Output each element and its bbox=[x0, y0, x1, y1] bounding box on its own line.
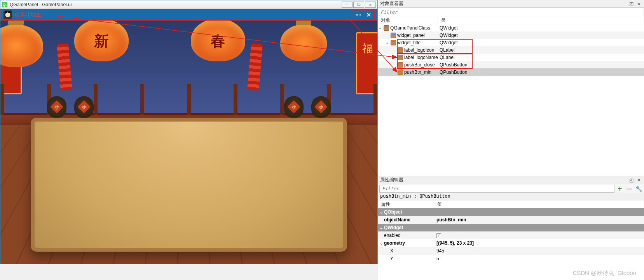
property-row[interactable]: ⌄QWidget bbox=[378, 224, 644, 231]
property-row[interactable]: objectNamepushBtn_min bbox=[378, 216, 644, 224]
property-editor-title: 属性编辑器 bbox=[380, 177, 628, 183]
property-row[interactable]: enabled✓ bbox=[378, 231, 644, 239]
property-editor-panel: 属性编辑器 ◰ ✕ + — 🔧 pushBtn_min : QPushButto… bbox=[378, 176, 644, 280]
tree-row[interactable]: ⌄widget_titleQWidget bbox=[378, 39, 644, 46]
widget-icon bbox=[398, 47, 403, 53]
watermark-text: CSDN @欧特克_Glodon bbox=[572, 270, 636, 277]
widget-title-bar: 欢乐斗地主 ✕ bbox=[0, 9, 377, 21]
widget-icon bbox=[398, 55, 403, 60]
widget-icon bbox=[384, 25, 389, 31]
property-editor-close-button[interactable]: ✕ bbox=[636, 177, 642, 183]
property-col-value[interactable]: 值 bbox=[434, 200, 644, 208]
object-inspector-panel: 对象查看器 ◰ ✕ 对象 类 ⌄QGamePanelClassQWidgetwi… bbox=[378, 0, 644, 176]
inspector-filter-input[interactable] bbox=[378, 8, 644, 16]
widget-icon bbox=[391, 40, 396, 45]
tree-row[interactable]: pushBtn_closeQPushButton bbox=[378, 61, 644, 68]
inspector-title: 对象查看器 bbox=[380, 0, 628, 7]
remove-property-button[interactable]: — bbox=[625, 185, 633, 193]
label-logo-icon bbox=[3, 10, 12, 19]
widget-icon bbox=[398, 70, 403, 75]
pushbtn-min[interactable] bbox=[354, 10, 363, 19]
property-settings-button[interactable]: 🔧 bbox=[635, 185, 642, 193]
property-filter-input[interactable] bbox=[379, 185, 614, 193]
os-maximize-button[interactable]: ☐ bbox=[353, 2, 364, 8]
inspector-tree[interactable]: ⌄QGamePanelClassQWidgetwidget_panelQWidg… bbox=[378, 24, 644, 176]
checkbox-icon[interactable]: ✓ bbox=[436, 233, 441, 238]
tree-row[interactable]: label_logoNameQLabel bbox=[378, 54, 644, 61]
tree-row[interactable]: pushBtn_minQPushButton bbox=[378, 68, 644, 76]
widget-panel-scene bbox=[0, 21, 377, 264]
property-col-name[interactable]: 属性 bbox=[378, 200, 434, 208]
inspector-col-object[interactable]: 对象 bbox=[378, 16, 438, 24]
property-row[interactable]: ⌄geometry[(945, 5), 23 x 23] bbox=[378, 239, 644, 247]
pushbtn-close[interactable]: ✕ bbox=[364, 10, 373, 19]
inspector-col-class[interactable]: 类 bbox=[438, 16, 644, 24]
tree-row[interactable]: ⌄QGamePanelClassQWidget bbox=[378, 24, 644, 31]
property-row[interactable]: X945 bbox=[378, 247, 644, 255]
tree-row[interactable]: label_logoIconQLabel bbox=[378, 46, 644, 54]
os-minimize-button[interactable]: — bbox=[342, 2, 353, 8]
tree-row[interactable]: widget_panelQWidget bbox=[378, 31, 644, 39]
label-logo-name: 欢乐斗地主 bbox=[14, 11, 42, 18]
window-titlebar: Qt QGamePanel - GamePanel.ui — ☐ ⨉ bbox=[0, 0, 377, 9]
inspector-undock-button[interactable]: ◰ bbox=[628, 1, 634, 7]
widget-icon bbox=[398, 62, 403, 68]
window-title: QGamePanel - GamePanel.ui bbox=[10, 2, 342, 7]
widget-icon bbox=[391, 33, 396, 38]
property-row[interactable]: ⌄QObject bbox=[378, 208, 644, 216]
property-status-text: pushBtn_min : QPushButton bbox=[378, 193, 644, 200]
game-preview-window: Qt QGamePanel - GamePanel.ui — ☐ ⨉ 欢乐斗地主… bbox=[0, 0, 378, 264]
property-editor-undock-button[interactable]: ◰ bbox=[628, 177, 634, 183]
inspector-close-button[interactable]: ✕ bbox=[636, 1, 642, 7]
add-property-button[interactable]: + bbox=[616, 185, 624, 193]
property-row[interactable]: Y5 bbox=[378, 255, 644, 263]
os-close-button[interactable]: ⨉ bbox=[365, 2, 376, 8]
qt-logo-icon: Qt bbox=[2, 2, 7, 7]
